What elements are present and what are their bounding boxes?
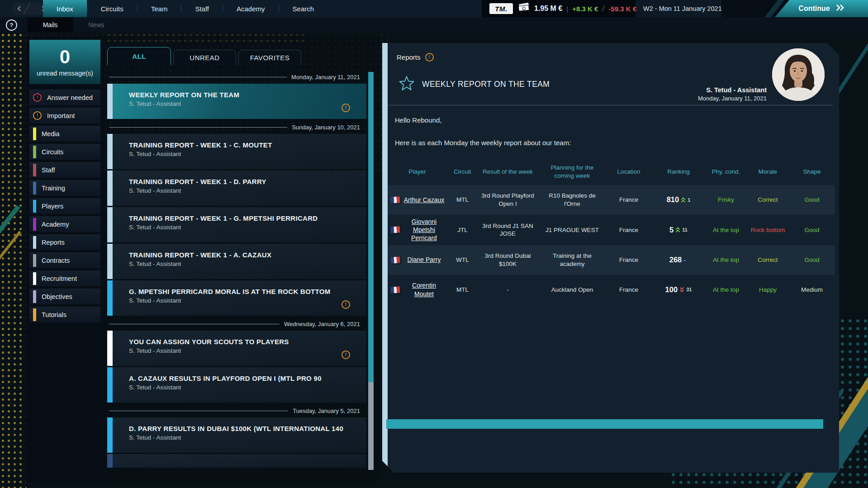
money-separator: | bbox=[566, 5, 568, 13]
nav-tab-team[interactable]: Team bbox=[138, 0, 181, 17]
mail-tab-unread[interactable]: UNREAD bbox=[173, 50, 236, 65]
ranking-cell: 810 1 bbox=[651, 195, 706, 204]
player-link[interactable]: Arthur Cazaux bbox=[403, 196, 445, 204]
finance-summary: 1.95 M € | +8.3 K € / -59.3 K € bbox=[517, 0, 636, 17]
help-icon[interactable]: ? bbox=[6, 19, 17, 31]
mail-list: Monday, January 11, 2021 WEEKLY REPORT O… bbox=[107, 70, 366, 468]
report-greeting: Hello Rebound, bbox=[395, 116, 441, 124]
game-date: W2 - Mon 11 January 2021 bbox=[643, 0, 722, 17]
mail-category-bar bbox=[107, 280, 113, 316]
category-color-bar bbox=[33, 254, 36, 267]
mail-sender: S. Tetud - Assistant bbox=[129, 187, 266, 194]
mail-item[interactable]: G. MPETSHI PERRICARD MORAL IS AT THE ROC… bbox=[107, 280, 366, 316]
mail-item-partial[interactable] bbox=[107, 454, 366, 468]
nav-tab-search[interactable]: Search bbox=[279, 0, 328, 17]
mail-scrollbar[interactable] bbox=[368, 72, 374, 470]
shape-cell: Good bbox=[789, 196, 835, 204]
mail-category-bar bbox=[107, 244, 113, 279]
location-cell: France bbox=[606, 256, 651, 264]
sidebar-filter-training[interactable]: Training bbox=[29, 180, 100, 196]
favorite-star-icon[interactable] bbox=[398, 76, 415, 93]
circuit-cell: MTL bbox=[448, 286, 477, 294]
separator-line bbox=[109, 77, 287, 77]
mail-scrollbar-thumb[interactable] bbox=[368, 72, 374, 382]
column-header-location: Location bbox=[606, 168, 651, 176]
mail-sender: S. Tetud - Assistant bbox=[129, 224, 318, 231]
report-header-divider bbox=[388, 105, 833, 105]
separator-line bbox=[109, 324, 280, 324]
nav-tab-staff[interactable]: Staff bbox=[181, 0, 223, 17]
sidebar-filter-tutorials[interactable]: Tutorials bbox=[29, 307, 100, 322]
mail-title: TRAINING REPORT - WEEK 1 - A. CAZAUX bbox=[129, 251, 271, 259]
mail-item[interactable]: WEEKLY REPORT ON THE TEAM S. Tetud - Ass… bbox=[107, 84, 366, 119]
continue-button[interactable]: Continue bbox=[775, 0, 868, 17]
report-date: Monday, January 11, 2021 bbox=[698, 95, 767, 102]
player-link[interactable]: Corentin Moutet bbox=[403, 281, 445, 298]
sidebar-filter-reports[interactable]: Reports bbox=[29, 234, 100, 250]
sub-tab-news[interactable]: News bbox=[73, 17, 119, 32]
sidebar-filter-important[interactable]: Important bbox=[29, 108, 100, 123]
category-color-bar bbox=[33, 290, 36, 303]
planning-cell: R10 Bagnoles de l'Orne bbox=[538, 192, 606, 208]
filter-label: Tutorials bbox=[42, 311, 66, 318]
mail-tab-favorites[interactable]: FAVORITES bbox=[238, 50, 301, 65]
ranking-cell: 5 11 bbox=[651, 225, 706, 235]
sidebar-filter-contracts[interactable]: Contracts bbox=[29, 252, 100, 268]
top-bar: InboxCircuitsTeamStaffAcademySearch TM. … bbox=[0, 0, 868, 17]
nav-tab-circuits[interactable]: Circuits bbox=[87, 0, 137, 17]
player-link[interactable]: Giovanni Mpetshi Perricard bbox=[403, 218, 445, 242]
back-button[interactable] bbox=[17, 5, 21, 12]
sub-bar: ? MailsNews bbox=[0, 17, 868, 32]
ranking-trend-value: 31 bbox=[686, 286, 692, 293]
nav-tab-inbox[interactable]: Inbox bbox=[43, 0, 87, 17]
mail-item[interactable]: TRAINING REPORT - WEEK 1 - G. MPETSHI PE… bbox=[107, 207, 366, 242]
sidebar-filter-circuits[interactable]: Circuits bbox=[29, 144, 100, 160]
sidebar-filter-media[interactable]: Media bbox=[29, 126, 100, 142]
mail-title: TRAINING REPORT - WEEK 1 - D. PARRY bbox=[129, 178, 266, 185]
sidebar-filter-recruitment[interactable]: Recruitment bbox=[29, 270, 100, 286]
sidebar-filter-objectives[interactable]: Objectives bbox=[29, 289, 100, 304]
mail-sender: S. Tetud - Assistant bbox=[129, 297, 331, 304]
result-cell: 3rd Round Dubai $100K bbox=[477, 252, 538, 268]
filter-label: Contracts bbox=[42, 257, 70, 264]
sidebar-filter-staff[interactable]: Staff bbox=[29, 162, 100, 178]
mail-item[interactable]: TRAINING REPORT - WEEK 1 - D. PARRY S. T… bbox=[107, 171, 366, 206]
category-color-bar bbox=[33, 146, 36, 158]
sidebar-filter-academy[interactable]: Academy bbox=[29, 216, 100, 232]
mail-item[interactable]: TRAINING REPORT - WEEK 1 - C. MOUTET S. … bbox=[107, 134, 366, 169]
mail-item[interactable]: A. CAZAUX RESULTS IN PLAYFORD OPEN I (MT… bbox=[107, 367, 366, 403]
mail-item[interactable]: YOU CAN ASSIGN YOUR SCOUTS TO PLAYERS S.… bbox=[107, 331, 366, 366]
morale-cell: Happy bbox=[746, 286, 789, 294]
phy-cond-cell: At the top bbox=[706, 256, 746, 264]
nav-tab-academy[interactable]: Academy bbox=[223, 0, 279, 17]
sidebar-filter-players[interactable]: Players bbox=[29, 198, 100, 214]
column-header-circuit: Circuit bbox=[448, 168, 477, 176]
morale-cell: Correct bbox=[746, 256, 789, 264]
ranking-cell: 100 31 bbox=[651, 285, 706, 294]
report-bottom-bar bbox=[386, 419, 823, 429]
france-flag-icon bbox=[390, 256, 400, 264]
mail-item-body: WEEKLY REPORT ON THE TEAM S. Tetud - Ass… bbox=[113, 84, 239, 119]
mail-item[interactable]: TRAINING REPORT - WEEK 1 - A. CAZAUX S. … bbox=[107, 244, 366, 279]
filter-label: Important bbox=[47, 112, 75, 119]
ranking-value: 5 bbox=[669, 225, 674, 235]
sidebar-filter-answer-needed[interactable]: Answer needed bbox=[29, 90, 100, 105]
column-header-shape: Shape bbox=[789, 168, 835, 176]
column-header-planning-for-the-coming-week: Planning for the coming week bbox=[538, 164, 606, 180]
report-sender-block: S. Tetud - Assistant Monday, January 11,… bbox=[698, 86, 767, 102]
mail-sender: S. Tetud - Assistant bbox=[129, 434, 343, 441]
mail-item[interactable]: D. PARRY RESULTS IN DUBAI $100K (WTL INT… bbox=[107, 417, 366, 453]
sub-tab-mails[interactable]: Mails bbox=[27, 17, 73, 32]
mail-tab-all[interactable]: ALL bbox=[107, 47, 171, 65]
mail-list-tabs: ALLUNREADFAVORITES bbox=[107, 47, 301, 65]
france-flag-icon bbox=[390, 226, 400, 234]
player-link[interactable]: Diane Parry bbox=[403, 256, 445, 264]
mail-category-bar bbox=[107, 207, 113, 242]
ranking-trend-icon bbox=[679, 287, 684, 293]
mail-sender: S. Tetud - Assistant bbox=[129, 347, 289, 354]
mail-item-body: YOU CAN ASSIGN YOUR SCOUTS TO PLAYERS S.… bbox=[113, 331, 289, 366]
alert-icon bbox=[342, 351, 350, 359]
mail-sender: S. Tetud - Assistant bbox=[129, 261, 271, 267]
separator-line bbox=[109, 127, 287, 128]
separator-date: Sunday, January 10, 2021 bbox=[292, 124, 360, 131]
